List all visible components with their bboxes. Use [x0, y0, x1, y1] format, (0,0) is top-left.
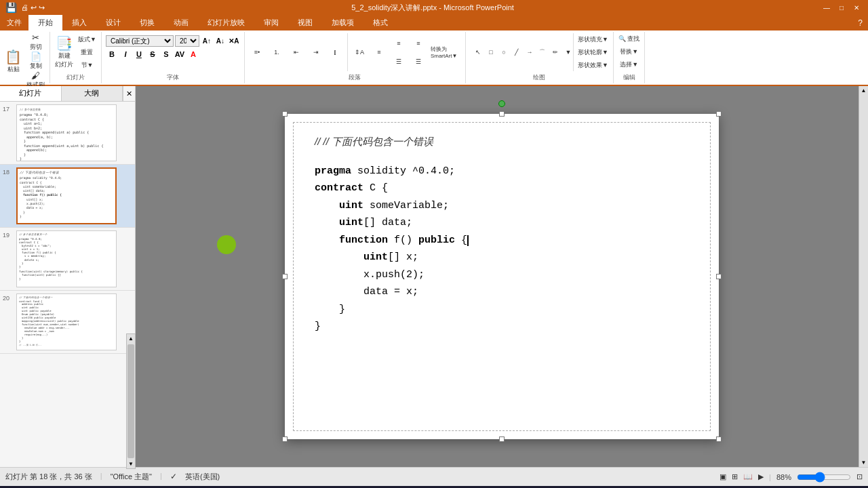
justify-button[interactable]: ☰	[409, 53, 428, 70]
panel-scroll-thumb	[127, 344, 134, 458]
ribbon-content: 📋 粘贴 ✂ 剪切 📄 复制 🖌 格式刷 剪贴板 📑 新建幻灯片 版式▼	[0, 30, 868, 86]
tab-outline[interactable]: 大纲	[62, 86, 123, 101]
code-line-contract: contract C {	[315, 180, 689, 197]
shadow-button[interactable]: S	[160, 48, 172, 60]
shape-outline-button[interactable]: 形状轮廓▼	[576, 47, 610, 58]
font-color-button[interactable]: A	[187, 48, 199, 60]
new-slide-button[interactable]: 📑 新建幻灯片	[53, 33, 75, 71]
quick-access: 🖨 ↩ ↪	[21, 3, 45, 12]
status-bar: 幻灯片 第 18 张，共 36 张 | "Office 主题" | ✓ 英语(美…	[0, 467, 868, 486]
maximize-button[interactable]: □	[835, 3, 848, 12]
tab-slides[interactable]: 幻灯片	[0, 86, 62, 101]
shape-effects-button[interactable]: 形状效果▼	[576, 60, 610, 71]
section-button[interactable]: 节▼	[76, 60, 98, 71]
spellcheck-icon: ✓	[170, 472, 177, 482]
slide-thumb-17[interactable]: 17 // 多个状态变量 pragma ^0.4.0; contract C {…	[0, 102, 135, 165]
tab-insert[interactable]: 插入	[62, 15, 96, 30]
vertical-scrollbar[interactable]: ▲ ▼	[859, 86, 868, 467]
columns-button[interactable]: ⫿	[326, 33, 345, 71]
cut-button[interactable]: ✂ 剪切	[24, 33, 47, 51]
zoom-slider[interactable]	[797, 472, 851, 483]
bold-button[interactable]: B	[106, 48, 118, 60]
decrease-indent-button[interactable]: ⇤	[287, 33, 306, 71]
clear-format-button[interactable]: ✕A	[228, 35, 240, 47]
close-panel-button[interactable]: ✕	[123, 86, 135, 101]
tab-home[interactable]: 开始	[28, 15, 62, 30]
window-title: 5_2_solidity深入讲解.pptx - Microsoft PowerP…	[45, 3, 821, 13]
tab-review[interactable]: 审阅	[254, 15, 288, 30]
view-slideshow-btn[interactable]: ▶	[758, 472, 764, 481]
font-size-select[interactable]: 20	[175, 35, 199, 47]
scroll-down-button[interactable]: ▼	[860, 458, 868, 467]
copy-button[interactable]: 📄 复制	[24, 52, 47, 70]
slide-thumb-20[interactable]: 20 // 下面代码包含一个错误一 contract fund { addres…	[0, 291, 135, 354]
drawing-group: ↖ □ ○ ╱ → ⌒ ✏ ▼ 形状填充▼ 形状轮廓▼ 形状效果▼ 绘图	[466, 32, 614, 83]
decrease-font-button[interactable]: A↓	[214, 35, 226, 47]
more-shapes-btn[interactable]: ▼	[559, 46, 578, 58]
tab-addins[interactable]: 加载项	[322, 15, 363, 30]
char-spacing-button[interactable]: AV	[174, 48, 186, 60]
slide-preview-17: // 多个状态变量 pragma ^0.4.0; contract C { ui…	[16, 104, 117, 161]
panel-scroll-up[interactable]: ▲	[127, 334, 135, 343]
tab-transitions[interactable]: 切换	[130, 15, 164, 30]
select-button[interactable]: 选择▼	[618, 59, 640, 70]
minimize-button[interactable]: —	[821, 3, 833, 12]
tab-design[interactable]: 设计	[96, 15, 130, 30]
slide-canvas[interactable]: // // 下面代码包含一个错误 pragma solidity ^0.4.0;…	[285, 114, 719, 439]
fit-slide-button[interactable]: ⊡	[856, 472, 863, 481]
align-center-button[interactable]: ☰	[389, 53, 408, 70]
font-name-select[interactable]: Calibri (正文)	[106, 35, 174, 47]
align-left-button[interactable]: ≡	[389, 35, 408, 52]
bullets-button[interactable]: ≡•	[248, 33, 267, 71]
tab-slideshow[interactable]: 幻灯片放映	[198, 15, 254, 30]
italic-button[interactable]: I	[119, 48, 132, 60]
view-reading-btn[interactable]: 📖	[743, 472, 753, 481]
paragraph-group: ≡• 1. ⇤ ⇥ ⫿ ⇕A ≡ ≡ ☰ ≡ ☰ 转换为SmartArt▼ 段落	[245, 32, 466, 83]
find-button[interactable]: 🔍 查找	[616, 33, 642, 45]
editing-group-label: 编辑	[623, 73, 635, 82]
code-line-pragma: pragma solidity ^0.4.0;	[315, 163, 689, 180]
tab-format[interactable]: 格式	[363, 15, 397, 30]
increase-indent-button[interactable]: ⇥	[307, 33, 326, 71]
slide-thumb-18[interactable]: 18 // 下面代码包含一个错误 pragma solidity ^0.4.0;…	[0, 165, 135, 228]
tab-view[interactable]: 视图	[288, 15, 322, 30]
scroll-up-button[interactable]: ▲	[860, 86, 868, 95]
ribbon-tab-row: 文件 开始 插入 设计 切换 动画 幻灯片放映 审阅 视图 加载项 格式 ?	[0, 15, 868, 30]
theme-name: "Office 主题"	[111, 472, 152, 482]
increase-font-button[interactable]: A↑	[201, 35, 213, 47]
clipboard-group: 📋 粘贴 ✂ 剪切 📄 复制 🖌 格式刷 剪贴板	[0, 32, 50, 83]
tab-file[interactable]: 文件	[0, 15, 28, 30]
replace-button[interactable]: 替换▼	[618, 46, 640, 58]
slide-preview-19: // 多个状态变量另一个 pragma ^0.4.0; contract C {…	[16, 230, 117, 287]
slide-thumb-19[interactable]: 19 // 多个状态变量另一个 pragma ^0.4.0; contract …	[0, 228, 135, 291]
numbering-button[interactable]: 1.	[267, 33, 286, 71]
view-normal-btn[interactable]: ▣	[719, 472, 726, 481]
rotate-handle[interactable]	[498, 100, 505, 107]
slide-num-17: 17	[3, 106, 14, 113]
layout-button[interactable]: 版式▼	[76, 34, 98, 45]
shape-fill-button[interactable]: 形状填充▼	[576, 34, 610, 45]
code-line-data: data = x;	[363, 283, 689, 301]
main-area: 幻灯片 大纲 ✕ 17 // 多个状态变量 pragma ^0.4.0; con…	[0, 86, 868, 467]
convert-smartart-button[interactable]: 转换为SmartArt▼	[429, 33, 462, 71]
slide-num-20: 20	[3, 295, 14, 302]
align-button[interactable]: ≡	[370, 33, 389, 71]
view-slide-sorter-btn[interactable]: ⊞	[732, 472, 738, 481]
code-line-x: uint[] x;	[363, 249, 689, 266]
strikethrough-button[interactable]: S	[146, 48, 159, 60]
code-line-uint1: uint someVariable;	[339, 197, 689, 215]
help-icon[interactable]: ?	[858, 18, 863, 28]
text-direction-button[interactable]: ⇕A	[350, 33, 369, 71]
underline-button[interactable]: U	[133, 48, 145, 60]
panel-scroll-down[interactable]: ▼	[127, 460, 135, 468]
code-line-function: function f() public {	[339, 232, 689, 249]
paste-button[interactable]: 📋 粘贴	[3, 42, 24, 80]
align-right-button[interactable]: ≡	[409, 35, 428, 52]
slide-text-area[interactable]: // // 下面代码包含一个错误 pragma solidity ^0.4.0;…	[285, 114, 719, 439]
slide-count: 幻灯片 第 18 张，共 36 张	[5, 472, 92, 482]
reset-button[interactable]: 重置	[76, 47, 98, 58]
close-button[interactable]: ✕	[850, 3, 863, 12]
slide-preview-18: // 下面代码包含一个错误 pragma solidity ^0.4.0; co…	[16, 167, 117, 224]
panel-scrollbar[interactable]: ▲ ▼	[126, 333, 136, 469]
tab-animations[interactable]: 动画	[164, 15, 198, 30]
